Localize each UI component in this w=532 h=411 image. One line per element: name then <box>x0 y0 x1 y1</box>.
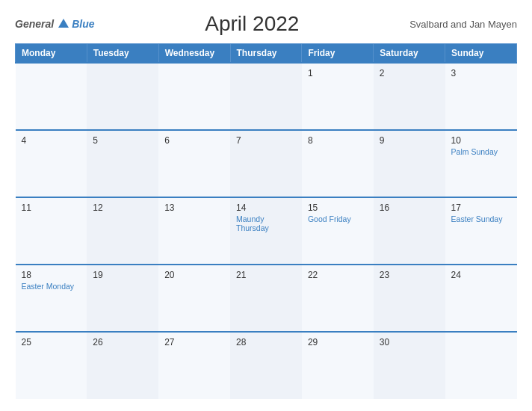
week-row: 45678910Palm Sunday <box>16 130 517 197</box>
calendar-cell: 5 <box>87 130 158 197</box>
day-number: 21 <box>236 270 296 280</box>
col-saturday: Saturday <box>374 44 445 64</box>
calendar-cell: 24 <box>445 265 517 332</box>
calendar-cell: 22 <box>302 265 374 332</box>
calendar-cell: 21 <box>230 265 302 332</box>
calendar-cell: 11 <box>16 197 87 265</box>
day-number: 2 <box>380 68 439 78</box>
day-number: 22 <box>308 270 368 280</box>
day-number: 16 <box>380 203 439 213</box>
calendar-cell: 25 <box>16 332 87 399</box>
calendar-cell: 16 <box>374 197 445 265</box>
day-number: 28 <box>236 337 296 347</box>
calendar-cell: 9 <box>374 130 445 197</box>
logo: General Blue <box>15 17 94 31</box>
day-number: 27 <box>164 337 224 347</box>
day-number: 29 <box>308 337 368 347</box>
calendar-cell <box>158 63 230 130</box>
calendar-cell: 10Palm Sunday <box>445 130 517 197</box>
col-thursday: Thursday <box>230 44 302 64</box>
logo-icon <box>57 17 70 31</box>
week-row: 123 <box>16 63 517 130</box>
day-number: 25 <box>22 337 81 347</box>
calendar-cell <box>445 332 517 399</box>
week-row: 18Easter Monday192021222324 <box>16 265 517 332</box>
day-number: 20 <box>164 270 224 280</box>
calendar-cell: 27 <box>158 332 230 399</box>
day-number: 30 <box>380 337 439 347</box>
event-label: Good Friday <box>308 214 368 223</box>
logo-blue-text: Blue <box>72 18 94 30</box>
day-number: 6 <box>164 135 224 146</box>
calendar-cell: 6 <box>158 130 230 197</box>
calendar-cell: 28 <box>230 332 302 399</box>
header: General Blue April 2022 Svalbard and Jan… <box>15 12 517 36</box>
day-number: 14 <box>236 203 296 213</box>
event-label: Easter Monday <box>22 282 81 291</box>
calendar-cell: 14Maundy Thursday <box>230 197 302 265</box>
day-number: 3 <box>451 68 511 78</box>
day-number: 12 <box>93 203 152 213</box>
event-label: Maundy Thursday <box>236 214 296 232</box>
calendar-cell: 12 <box>87 197 158 265</box>
calendar-table: Monday Tuesday Wednesday Thursday Friday… <box>15 43 517 399</box>
week-row: 11121314Maundy Thursday15Good Friday1617… <box>16 197 517 265</box>
day-number: 26 <box>93 337 152 347</box>
day-number: 23 <box>380 270 439 280</box>
calendar-page: General Blue April 2022 Svalbard and Jan… <box>0 0 532 411</box>
calendar-cell <box>87 63 158 130</box>
event-label: Easter Sunday <box>451 214 511 223</box>
week-row: 252627282930 <box>16 332 517 399</box>
calendar-cell: 4 <box>16 130 87 197</box>
day-number: 13 <box>164 203 224 213</box>
calendar-cell: 13 <box>158 197 230 265</box>
day-number: 1 <box>308 68 368 78</box>
calendar-cell: 26 <box>87 332 158 399</box>
svg-marker-0 <box>58 19 69 28</box>
col-monday: Monday <box>16 44 87 64</box>
day-number: 7 <box>236 135 296 146</box>
day-number: 19 <box>93 270 152 280</box>
col-friday: Friday <box>302 44 374 64</box>
day-number: 4 <box>22 135 81 146</box>
calendar-cell: 20 <box>158 265 230 332</box>
calendar-cell: 23 <box>374 265 445 332</box>
calendar-cell: 29 <box>302 332 374 399</box>
calendar-cell: 1 <box>302 63 374 130</box>
day-number: 18 <box>22 270 81 280</box>
col-tuesday: Tuesday <box>87 44 158 64</box>
calendar-cell: 7 <box>230 130 302 197</box>
calendar-cell: 30 <box>374 332 445 399</box>
day-number: 24 <box>451 270 511 280</box>
col-wednesday: Wednesday <box>158 44 230 64</box>
day-number: 8 <box>308 135 368 146</box>
calendar-cell: 18Easter Monday <box>16 265 87 332</box>
calendar-cell: 2 <box>374 63 445 130</box>
calendar-cell <box>16 63 87 130</box>
day-number: 15 <box>308 203 368 213</box>
calendar-cell: 19 <box>87 265 158 332</box>
day-number: 11 <box>22 203 81 213</box>
day-number: 17 <box>451 203 511 213</box>
calendar-cell: 17Easter Sunday <box>445 197 517 265</box>
day-header-row: Monday Tuesday Wednesday Thursday Friday… <box>16 44 517 64</box>
day-number: 9 <box>380 135 439 146</box>
col-sunday: Sunday <box>445 44 517 64</box>
calendar-cell: 8 <box>302 130 374 197</box>
calendar-title: April 2022 <box>205 12 299 36</box>
day-number: 5 <box>93 135 152 146</box>
calendar-cell: 3 <box>445 63 517 130</box>
calendar-cell <box>230 63 302 130</box>
region-label: Svalbard and Jan Mayen <box>409 19 517 30</box>
logo-general-text: General <box>15 18 54 30</box>
event-label: Palm Sunday <box>451 147 511 156</box>
calendar-cell: 15Good Friday <box>302 197 374 265</box>
day-number: 10 <box>451 135 511 146</box>
